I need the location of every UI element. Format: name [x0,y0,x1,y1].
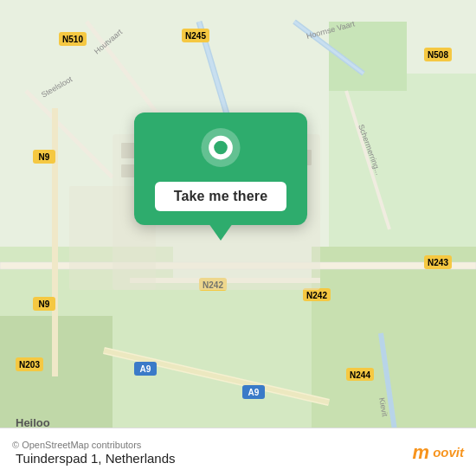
address-text: Tuinderspad 1, Netherlands [16,451,176,466]
svg-text:A9: A9 [248,388,260,397]
svg-text:A9: A9 [140,364,151,374]
moovit-logo: m oovit [413,441,464,464]
svg-text:N243: N243 [428,258,448,267]
svg-text:N9: N9 [39,299,50,309]
take-me-there-button[interactable]: Take me there [155,182,287,211]
moovit-text: oovit [433,445,464,460]
popup-card: Take me there [134,113,307,225]
svg-text:N245: N245 [185,31,206,41]
svg-text:N510: N510 [62,35,83,44]
attribution-text: © OpenStreetMap contributors [12,440,176,450]
bottom-left: © OpenStreetMap contributors Tuinderspad… [12,440,176,466]
map-background: N510 N245 N508 N9 N9 N242 N242 N243 N203… [0,0,476,476]
svg-text:N242: N242 [306,291,327,300]
svg-rect-5 [329,74,476,247]
bottom-bar: © OpenStreetMap contributors Tuinderspad… [0,428,476,476]
svg-point-63 [214,141,228,155]
svg-text:N508: N508 [428,50,448,60]
location-pin-icon [198,128,243,173]
svg-text:N9: N9 [39,152,50,162]
svg-text:N203: N203 [19,360,40,370]
moovit-m-letter: m [413,441,430,464]
map-container: N510 N245 N508 N9 N9 N242 N242 N243 N203… [0,0,476,476]
svg-text:N244: N244 [350,370,370,380]
